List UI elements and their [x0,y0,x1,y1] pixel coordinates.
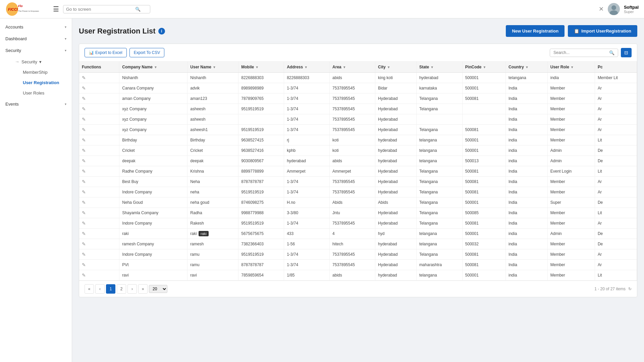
tooltip-badge: raki [199,231,209,236]
filter-icon-area[interactable]: ▼ [343,65,346,69]
arrow-icon: → [15,59,19,64]
cell-username: deepak [187,156,238,166]
edit-icon[interactable]: ✎ [82,75,86,80]
search-bar[interactable]: 🔍 [63,5,150,13]
cell-pincode: 500001 [462,145,505,156]
filter-icon-username[interactable]: ▼ [213,65,216,69]
col-company: Company Name ▼ [119,62,187,73]
edit-icon[interactable]: ✎ [82,117,86,122]
edit-icon[interactable]: ✎ [82,106,86,112]
table-search-wrap[interactable]: 🔍 [550,49,618,57]
filter-icon-pincode[interactable]: ▼ [483,65,486,69]
cell-pc: Lit [595,135,637,145]
cell-city: Hyderabad [375,177,416,187]
filter-icon-mobile[interactable]: ▼ [255,65,259,69]
cell-city: Hyderabad [375,187,416,197]
cell-state: telangana [416,270,462,281]
filter-icon-state[interactable]: ▼ [430,65,434,69]
edit-icon[interactable]: ✎ [82,189,86,195]
cell-city: Hyderabad [375,166,416,177]
edit-icon[interactable]: ✎ [82,231,86,236]
edit-icon[interactable]: ✎ [82,262,86,267]
cell-mobile: 8226888303 [238,73,284,83]
close-icon[interactable]: ✕ [599,5,604,13]
sidebar-sub-security[interactable]: → Security ▾ [9,56,72,67]
last-page-button[interactable]: » [138,284,148,294]
edit-icon[interactable]: ✎ [82,179,86,184]
sidebar-dashboard-arrow: ▾ [65,37,66,41]
refresh-icon[interactable]: ↻ [628,287,632,291]
table-search-input[interactable] [553,50,607,55]
cell-address: 1-56 [284,239,330,249]
cell-pc: Ar [595,125,637,135]
cell-state: Telangana [416,125,462,135]
edit-icon[interactable]: ✎ [82,273,86,278]
filter-button[interactable]: ⊟ [621,48,632,57]
sidebar-item-security[interactable]: Security ▾ [0,45,72,56]
filter-icon-role[interactable]: ▼ [571,65,574,69]
export-csv-button[interactable]: Export To CSV [129,48,164,57]
filter-icon-company[interactable]: ▼ [154,65,157,69]
cell-city: Bidar [375,83,416,94]
sidebar-sub-user-registration[interactable]: User Registration [9,77,72,88]
page-2-button[interactable]: 2 [117,284,126,294]
cell-area: 7537895545 [330,218,375,229]
cell-city: hyderabad [375,239,416,249]
edit-icon[interactable]: ✎ [82,252,86,257]
cell-company: Canara Company [119,83,187,94]
export-excel-button[interactable]: 📊 Export to Excel [85,48,127,57]
filter-icon-country[interactable]: ▼ [525,65,529,69]
cell-role: Member [547,208,595,218]
col-username: User Name ▼ [187,62,238,73]
sidebar-membership-label: MemberShip [23,70,48,75]
filter-icon-city[interactable]: ▼ [387,65,390,69]
edit-icon[interactable]: ✎ [82,137,86,143]
sidebar-item-accounts[interactable]: Accounts ▾ [0,21,72,33]
cell-role: Member [547,270,595,281]
cell-role: Member [547,135,595,145]
cell-city: Hyderabad [375,260,416,270]
page-1-button[interactable]: 1 [106,284,115,294]
cell-country: India [505,177,547,187]
new-user-registration-button[interactable]: New User Registration [506,25,565,37]
hamburger-icon[interactable]: ☰ [53,5,59,13]
edit-icon[interactable]: ✎ [82,221,86,226]
edit-icon[interactable]: ✎ [82,148,86,153]
first-page-button[interactable]: « [85,284,94,294]
cell-pincode: 500001 [462,73,505,83]
cell-mobile: 8746098275 [238,197,284,208]
edit-icon[interactable]: ✎ [82,200,86,205]
search-input[interactable] [66,7,133,12]
sidebar-item-dashboard[interactable]: Dashboard ▾ [0,33,72,45]
edit-icon[interactable]: ✎ [82,169,86,174]
cell-pc: Ar [595,94,637,104]
cell-company: xyz Company [119,104,187,114]
cell-pincode: 500081 [462,218,505,229]
sidebar-item-events[interactable]: Events ▾ [0,98,72,110]
col-area: Area ▼ [330,62,375,73]
filter-icon-address[interactable]: ▼ [304,65,308,69]
sidebar-sub-membership[interactable]: MemberShip [9,67,72,77]
cell-area: Jntu [330,208,375,218]
edit-icon[interactable]: ✎ [82,96,86,101]
prev-page-button[interactable]: ‹ [95,284,105,294]
import-user-registration-button[interactable]: 📋 Import UserRegistration [568,25,637,37]
cell-pincode: 500081 [462,166,505,177]
info-icon[interactable]: i [158,28,165,35]
edit-icon[interactable]: ✎ [82,158,86,164]
sidebar-sub-user-roles[interactable]: User Roles [9,88,72,98]
cell-area: 7537895545 [330,125,375,135]
table-row: ✎PVtramu87878787871-3/747537895545Hydera… [79,260,637,270]
table-row: ✎Neha Goudneha goud8746098275H.noAbidsAb… [79,197,637,208]
cell-pincode: 500081 [462,125,505,135]
col-city: City ▼ [375,62,416,73]
page-size-select[interactable]: 20 50 100 [149,285,167,293]
cell-pc: Ar [595,249,637,260]
edit-icon[interactable]: ✎ [82,210,86,216]
table-row: ✎raviravi78598596541/85abidshyderabadtel… [79,270,637,281]
next-page-button[interactable]: › [127,284,137,294]
cell-city: hyderabad [375,145,416,156]
edit-icon[interactable]: ✎ [82,127,86,132]
edit-icon[interactable]: ✎ [82,241,86,247]
edit-icon[interactable]: ✎ [82,85,86,91]
